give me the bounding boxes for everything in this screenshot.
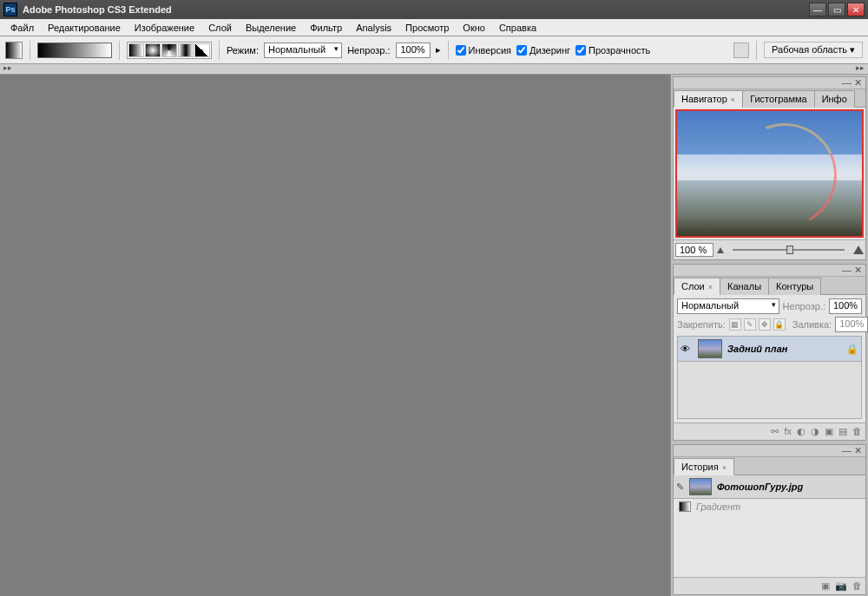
- menu-window[interactable]: Окно: [456, 21, 492, 35]
- create-document-icon[interactable]: ▣: [821, 580, 830, 592]
- snapshot-icon[interactable]: 📷: [835, 580, 847, 592]
- mode-label: Режим:: [227, 45, 259, 56]
- link-layers-icon[interactable]: ⚯: [771, 426, 779, 437]
- menu-analysis[interactable]: Analysis: [349, 21, 398, 35]
- history-state[interactable]: Градиент: [674, 499, 865, 514]
- layer-list: 👁 Задний план 🔒: [677, 336, 862, 419]
- gradient-diamond[interactable]: [194, 43, 210, 57]
- zoom-slider[interactable]: [727, 245, 850, 255]
- adjustment-layer-icon[interactable]: ◑: [811, 426, 819, 437]
- history-source-icon[interactable]: ✎: [676, 481, 684, 493]
- menu-image[interactable]: Изображение: [128, 21, 201, 35]
- tab-paths[interactable]: Контуры: [768, 278, 821, 295]
- gradient-linear[interactable]: [128, 43, 144, 57]
- zoom-input[interactable]: 100 %: [675, 243, 713, 257]
- close-button[interactable]: ✕: [847, 3, 865, 16]
- tab-info[interactable]: Инфо: [814, 90, 855, 108]
- maximize-button[interactable]: ▭: [828, 3, 845, 16]
- history-thumbnail[interactable]: [689, 478, 712, 495]
- opacity-flyout-icon[interactable]: ▸: [436, 44, 441, 56]
- panel-collapse-icon[interactable]: — ✕: [842, 445, 862, 456]
- inverse-checkbox[interactable]: Инверсия: [456, 45, 512, 56]
- title-bar: Ps Adobe Photoshop CS3 Extended — ▭ ✕: [0, 0, 868, 19]
- go-to-bridge-icon[interactable]: [733, 43, 749, 58]
- blend-mode-select[interactable]: Нормальный: [677, 298, 779, 314]
- menu-layer[interactable]: Слой: [201, 21, 239, 35]
- gradient-state-icon: [679, 501, 691, 512]
- transparency-checkbox[interactable]: Прозрачность: [575, 45, 650, 56]
- lock-transparency-icon[interactable]: ▦: [729, 318, 741, 331]
- navigator-panel: — ✕ Навигатор× Гистограмма Инфо 100 %: [673, 76, 866, 260]
- panel-collapse-icon[interactable]: — ✕: [842, 77, 862, 88]
- layer-style-icon[interactable]: fx: [784, 426, 792, 437]
- menu-select[interactable]: Выделение: [239, 21, 303, 35]
- panel-collapse-icon[interactable]: — ✕: [842, 265, 862, 276]
- menu-filter[interactable]: Фильтр: [303, 21, 349, 35]
- dither-checkbox[interactable]: Дизеринг: [516, 45, 570, 56]
- panels-dock: — ✕ Навигатор× Гистограмма Инфо 100 % — …: [670, 75, 868, 596]
- menu-file[interactable]: Файл: [3, 21, 41, 35]
- tab-histogram[interactable]: Гистограмма: [742, 90, 815, 108]
- fill-label: Заливка:: [792, 319, 832, 330]
- visibility-icon[interactable]: 👁: [681, 344, 693, 354]
- mode-select[interactable]: Нормальный: [264, 43, 342, 58]
- gradient-radial[interactable]: [145, 43, 161, 57]
- minimize-button[interactable]: —: [809, 3, 826, 16]
- group-icon[interactable]: ▣: [825, 426, 833, 437]
- panel-dock-strip[interactable]: [0, 64, 868, 75]
- layer-thumbnail[interactable]: [698, 339, 722, 358]
- options-bar: Режим: Нормальный Непрозр.: 100% ▸ Инвер…: [0, 36, 868, 64]
- delete-state-icon[interactable]: 🗑: [852, 580, 862, 592]
- menu-bar: Файл Редактирование Изображение Слой Выд…: [0, 19, 868, 36]
- gradient-type-group: [127, 42, 212, 59]
- lock-paint-icon[interactable]: ✎: [744, 318, 756, 331]
- tab-channels[interactable]: Каналы: [720, 278, 769, 295]
- zoom-out-icon[interactable]: [717, 247, 724, 253]
- layer-opacity-label: Непрозр.:: [783, 301, 825, 311]
- canvas-area[interactable]: [0, 75, 670, 596]
- tab-layers[interactable]: Слои×: [674, 278, 720, 295]
- app-logo-icon: Ps: [3, 3, 17, 16]
- history-panel: — ✕ История× ✎ ФотошопГуру.jpg Градиент …: [673, 444, 866, 595]
- layer-name[interactable]: Задний план: [727, 344, 841, 354]
- layers-panel: — ✕ Слои× Каналы Контуры Нормальный Непр…: [673, 264, 866, 441]
- lock-icon: 🔒: [846, 344, 858, 355]
- tab-navigator[interactable]: Навигатор×: [674, 90, 743, 108]
- layer-opacity-input[interactable]: 100%: [829, 298, 862, 314]
- workspace-button[interactable]: Рабочая область: [764, 42, 863, 58]
- zoom-in-icon[interactable]: [853, 246, 864, 254]
- new-layer-icon[interactable]: ▤: [838, 426, 847, 437]
- lock-position-icon[interactable]: ✥: [759, 318, 771, 331]
- gradient-preview[interactable]: [37, 43, 112, 58]
- tool-preset-icon[interactable]: [5, 42, 23, 59]
- menu-edit[interactable]: Редактирование: [41, 21, 128, 35]
- history-doc-name: ФотошопГуру.jpg: [717, 481, 803, 492]
- gradient-reflected[interactable]: [178, 43, 194, 57]
- opacity-input[interactable]: 100%: [396, 43, 431, 58]
- layer-row[interactable]: 👁 Задний план 🔒: [678, 337, 861, 362]
- fill-input[interactable]: 100%: [835, 317, 868, 332]
- tab-history[interactable]: История×: [674, 458, 734, 475]
- opacity-label: Непрозр.:: [347, 45, 390, 56]
- menu-help[interactable]: Справка: [492, 21, 543, 35]
- gradient-angle[interactable]: [161, 43, 177, 57]
- layer-mask-icon[interactable]: ◐: [797, 426, 806, 437]
- window-title: Adobe Photoshop CS3 Extended: [23, 4, 172, 15]
- navigator-thumbnail[interactable]: [675, 109, 864, 238]
- menu-view[interactable]: Просмотр: [398, 21, 456, 35]
- lock-label: Закрепить:: [677, 319, 726, 330]
- delete-layer-icon[interactable]: 🗑: [852, 426, 862, 437]
- lock-all-icon[interactable]: 🔒: [773, 318, 786, 331]
- history-list: Градиент: [674, 499, 865, 577]
